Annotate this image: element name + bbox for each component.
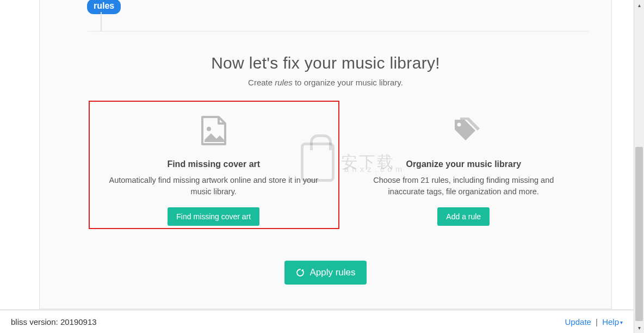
main-card: rules Now let's fix your music library! …: [39, 0, 612, 309]
page-subtitle: Create rules to organize your music libr…: [40, 78, 611, 87]
help-link[interactable]: Help▾: [602, 317, 623, 326]
apply-rules-label: Apply rules: [309, 267, 355, 278]
footer-sep: |: [596, 317, 598, 326]
add-rule-button[interactable]: Add a rule: [437, 207, 490, 226]
organize-desc: Choose from 21 rules, including finding …: [355, 175, 573, 198]
tab-rules[interactable]: rules: [87, 0, 121, 14]
image-icon: [105, 106, 323, 155]
svg-point-1: [457, 123, 461, 127]
cover-art-desc: Automatically find missing artwork onlin…: [105, 175, 323, 198]
scroll-down-button[interactable]: ▾: [634, 323, 644, 333]
subtitle-em: rules: [275, 78, 293, 87]
update-link[interactable]: Update: [565, 317, 591, 326]
cover-art-title: Find missing cover art: [105, 159, 323, 169]
refresh-icon: [295, 268, 305, 278]
footer: bliss version: 20190913 Update | Help▾: [0, 310, 634, 333]
divider: [88, 31, 589, 32]
version-value: 20190913: [60, 317, 97, 326]
apply-rules-button[interactable]: Apply rules: [284, 261, 366, 285]
card-organize: Organize your music library Choose from …: [339, 101, 589, 226]
scroll-up-button[interactable]: ▴: [634, 0, 644, 10]
scrollbar[interactable]: ▴ ▾: [634, 0, 644, 333]
version-label: bliss version:: [11, 317, 60, 326]
subtitle-prefix: Create: [248, 78, 275, 87]
tags-icon: [355, 106, 573, 155]
chevron-down-icon: ▾: [620, 319, 623, 325]
subtitle-suffix: to organize your music library.: [293, 78, 403, 87]
find-cover-art-button[interactable]: Find missing cover art: [168, 207, 259, 226]
scroll-thumb[interactable]: [635, 147, 643, 321]
card-cover-art: Find missing cover art Automatically fin…: [89, 101, 339, 226]
organize-title: Organize your music library: [355, 159, 573, 169]
help-label: Help: [602, 317, 619, 326]
hero: Now let's fix your music library! Create…: [40, 54, 611, 87]
page-title: Now let's fix your music library!: [40, 54, 611, 72]
tab-connector: [101, 12, 102, 32]
svg-point-0: [207, 127, 211, 131]
